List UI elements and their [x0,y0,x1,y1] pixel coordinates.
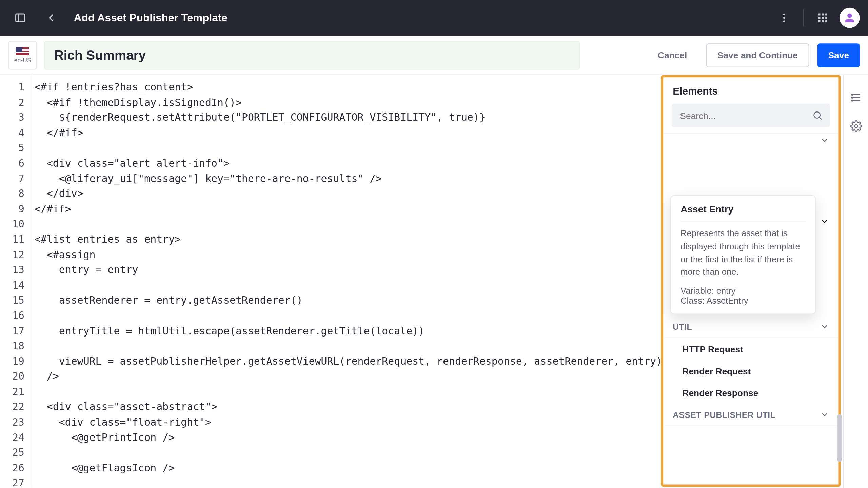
flag-us-icon [16,47,29,56]
svg-line-15 [820,118,822,120]
line-gutter: 1234567891011121314151617181920212223242… [0,75,32,488]
topbar: Add Asset Publisher Template [0,0,868,36]
locale-selector[interactable]: en-US [8,41,37,69]
elements-tab-icon[interactable] [848,89,864,106]
search-icon [812,110,823,121]
svg-rect-6 [822,14,824,16]
topbar-left: Add Asset Publisher Template [8,6,228,30]
elements-search-input[interactable] [672,104,830,127]
group-util-label: UTIL [673,322,692,331]
back-button[interactable] [39,6,63,30]
user-avatar[interactable] [840,8,860,28]
elements-list[interactable]: Asset Entry Represents the asset that is… [663,133,838,484]
settings-tab-icon[interactable] [848,118,864,135]
svg-point-14 [814,112,820,118]
svg-point-22 [851,94,852,95]
cancel-button[interactable]: Cancel [647,43,698,67]
locale-label: en-US [14,57,31,63]
chevron-down-icon [821,323,829,331]
svg-point-4 [783,20,785,22]
svg-rect-10 [825,17,827,19]
topbar-right [772,6,860,30]
popover-desc: Represents the asset that is displayed t… [680,227,806,279]
svg-point-2 [783,14,785,15]
elements-panel-title: Elements [663,77,838,103]
save-button[interactable]: Save [817,43,860,67]
popover-variable: Variable: entry [680,286,806,296]
elements-panel: Elements Asset Entry Represents the asse… [661,75,841,487]
svg-rect-5 [818,14,821,16]
chevron-down-icon [821,136,829,145]
apps-grid-icon[interactable] [811,6,835,30]
svg-point-3 [783,17,785,19]
svg-rect-13 [825,20,827,22]
svg-rect-9 [822,17,824,19]
popover-class: Class: AssetEntry [680,296,806,305]
svg-point-24 [851,100,852,101]
save-continue-button[interactable]: Save and Continue [706,43,809,67]
elements-panel-item[interactable]: Render Response [663,382,838,404]
asset-entry-popover: Asset Entry Represents the asset that is… [670,195,815,314]
popover-title: Asset Entry [680,204,806,215]
svg-point-25 [854,125,857,128]
template-title-input[interactable] [54,47,570,63]
svg-point-23 [851,97,852,98]
group-toggle[interactable] [663,133,838,150]
svg-rect-7 [825,14,827,16]
page-title: Add Asset Publisher Template [74,12,228,24]
group-apu-label: ASSET PUBLISHER UTIL [673,410,775,420]
actionbar: en-US Cancel Save and Continue Save [0,36,868,75]
chevron-down-icon [821,411,829,419]
right-rail [843,75,868,488]
divider [803,9,804,26]
main: 1234567891011121314151617181920212223242… [0,75,868,488]
elements-panel-item[interactable]: Render Request [663,360,838,382]
chevron-down-icon [821,217,829,226]
elements-search[interactable] [672,104,830,127]
kebab-menu[interactable] [772,6,796,30]
product-menu-toggle[interactable] [8,6,32,30]
svg-rect-8 [818,17,821,19]
svg-rect-12 [822,20,824,22]
template-title-field[interactable] [44,41,580,69]
group-asset-publisher-util[interactable]: ASSET PUBLISHER UTIL [663,404,838,426]
svg-rect-11 [818,20,821,22]
elements-panel-item[interactable]: HTTP Request [663,338,838,360]
svg-rect-0 [16,14,25,22]
scrollbar-thumb[interactable] [837,414,842,462]
group-util[interactable]: UTIL [663,316,838,338]
